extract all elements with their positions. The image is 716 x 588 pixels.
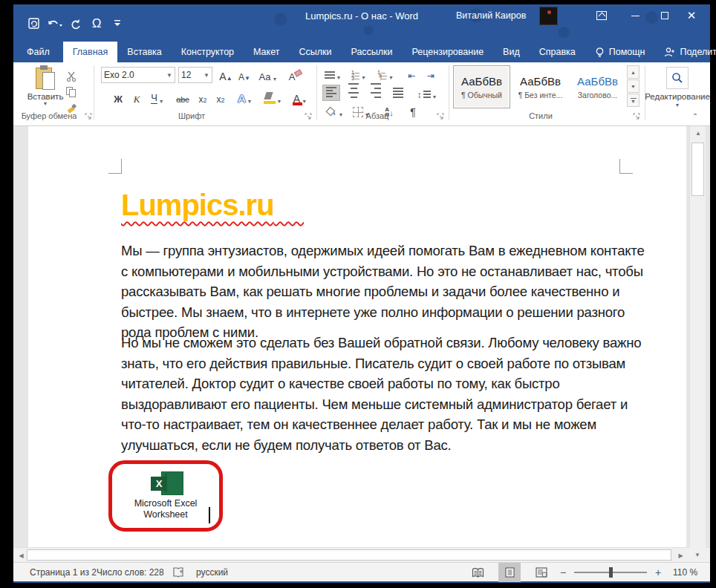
styles-group-label: Стили (496, 111, 585, 120)
style-normal[interactable]: АаБбВв ¶ Обычный (453, 65, 510, 108)
text-effects-button[interactable]: А▼ (233, 89, 257, 105)
tab-view[interactable]: Вид (493, 42, 530, 62)
language-indicator[interactable]: русский (196, 563, 228, 582)
increase-indent-button[interactable]: ⇥ (422, 65, 440, 82)
bullets-button[interactable]: ▼ (322, 65, 343, 82)
copy-button[interactable] (62, 83, 80, 99)
clear-formatting-button[interactable]: А (282, 67, 302, 83)
bold-button[interactable]: Ж (110, 89, 126, 105)
tab-references[interactable]: Ссылки (289, 42, 341, 62)
scroll-down-button[interactable]: ▼ (689, 547, 706, 562)
red-annotation-frame: X Microsoft Excel Worksheet (108, 460, 223, 532)
underline-button[interactable]: Ч▼ (147, 89, 168, 105)
superscript-button[interactable]: x2 (212, 89, 229, 105)
tab-file[interactable]: Файл (13, 42, 63, 62)
close-button[interactable]: ✕ (677, 4, 706, 27)
scroll-left-button[interactable]: ◀ (15, 548, 27, 563)
paste-clipboard-icon (34, 65, 56, 91)
paragraph-dialog-launcher[interactable] (437, 113, 445, 121)
grow-font-button[interactable]: А▲ (217, 67, 235, 83)
text-boundary-mark-left (108, 159, 122, 174)
cut-button[interactable] (62, 67, 80, 83)
web-layout-button[interactable] (530, 563, 553, 582)
tab-review[interactable]: Рецензирование (403, 42, 494, 62)
paragraph-2[interactable]: Но мы не сможем это сделать без Вашей об… (121, 333, 645, 455)
font-size-combobox[interactable]: 12▼ (178, 67, 212, 83)
multilevel-list-button[interactable]: 1— a— i—▼ (374, 65, 397, 82)
font-dialog-launcher[interactable] (305, 113, 313, 121)
document-page[interactable]: Lumpics.ru Мы — группа энтузиастов, одер… (28, 126, 686, 547)
copy-icon (66, 87, 77, 98)
paste-button[interactable]: Вставить ▼ (24, 65, 67, 106)
share-label: Поделиться (680, 47, 716, 57)
subscript-button[interactable]: x2 (195, 89, 211, 105)
numbering-button[interactable]: 1—2—3—▼ (348, 65, 370, 82)
font-color-button[interactable]: А▼ (288, 89, 312, 105)
print-layout-button[interactable] (498, 563, 521, 582)
decrease-indent-button[interactable]: ⇤ (403, 65, 420, 82)
line-spacing-button[interactable]: ↕ ▼ (414, 85, 440, 101)
justify-button[interactable] (389, 85, 407, 101)
horizontal-scroll-thumb[interactable] (27, 549, 671, 561)
title-bar: Ω Lumpics.ru - О нас - Word Виталий Каир… (13, 4, 710, 42)
minimize-button[interactable] (620, 4, 650, 27)
tab-insert[interactable]: Вставка (117, 42, 171, 62)
search-icon (666, 67, 689, 89)
align-left-button[interactable] (322, 85, 340, 101)
tab-help[interactable]: Справка (530, 42, 585, 62)
share-person-icon (664, 47, 675, 57)
clipboard-dialog-launcher[interactable] (85, 113, 93, 121)
tell-me-button[interactable]: Помощн (585, 42, 655, 62)
horizontal-scrollbar[interactable]: ◀ ▶ (13, 547, 710, 562)
vertical-scrollbar[interactable]: ▲ (689, 126, 706, 547)
shrink-font-button[interactable]: А▼ (236, 67, 253, 83)
zoom-out-button[interactable]: − (560, 563, 566, 582)
change-case-button[interactable]: Aa▼ (257, 67, 279, 83)
lightbulb-icon (595, 47, 605, 58)
ole-label-line2: Worksheet (114, 509, 218, 520)
highlight-color-button[interactable]: ▼ (260, 89, 285, 105)
align-center-button[interactable] (345, 85, 362, 101)
word-count[interactable]: Число слов: 228 (97, 563, 164, 582)
zoom-level[interactable]: 110 % (673, 563, 697, 582)
ribbon-display-options-button[interactable] (587, 4, 616, 27)
italic-button[interactable]: К (128, 89, 145, 105)
paragraph-1[interactable]: Мы — группа энтузиастов, одержимых идеей… (121, 241, 645, 343)
scissors-icon (66, 71, 77, 82)
styles-dialog-launcher[interactable] (633, 113, 641, 121)
maximize-button[interactable] (650, 4, 680, 27)
vertical-scroll-thumb[interactable] (691, 143, 704, 196)
share-button[interactable]: Поделиться (654, 42, 716, 62)
tab-home[interactable]: Главная (63, 42, 118, 62)
avatar[interactable] (539, 7, 558, 25)
font-name-value: Exo 2.0 (104, 70, 134, 80)
account-name[interactable]: Виталий Каиров (456, 10, 526, 21)
styles-scroll-up-button[interactable]: ▲ (627, 65, 639, 79)
paragraph-group-label: Абзац (333, 111, 422, 120)
paste-label: Вставить (27, 92, 64, 101)
scroll-right-button[interactable]: ▶ (674, 548, 687, 563)
styles-more-button[interactable]: ▼ (627, 94, 639, 107)
page-indicator[interactable]: Страница 1 из 2 (30, 563, 97, 582)
font-name-combobox[interactable]: Exo 2.0▼ (101, 67, 175, 83)
zoom-in-button[interactable]: + (655, 563, 661, 582)
tab-mailings[interactable]: Рассылки (341, 42, 402, 62)
tab-layout[interactable]: Макет (244, 42, 289, 62)
document-heading[interactable]: Lumpics.ru (121, 189, 304, 222)
collapse-ribbon-button[interactable]: ⌃ (688, 105, 703, 122)
scroll-up-button[interactable]: ▲ (690, 126, 706, 140)
styles-scroll-down-button[interactable]: ▼ (627, 79, 639, 93)
read-mode-button[interactable] (466, 563, 489, 582)
font-size-value: 12 (181, 70, 191, 80)
tab-design[interactable]: Конструктор (172, 42, 244, 62)
strikethrough-button[interactable]: abc (172, 89, 193, 105)
embedded-excel-object[interactable]: X Microsoft Excel Worksheet (114, 466, 218, 526)
editing-button[interactable]: Редактирование ▼ (649, 67, 706, 108)
ole-label-line1: Microsoft Excel (114, 498, 218, 509)
editing-label: Редактирование (645, 92, 710, 101)
style-no-spacing[interactable]: АаБбВв ¶ Без инте... (512, 65, 569, 108)
zoom-slider-handle[interactable] (609, 567, 613, 578)
align-right-button[interactable] (367, 85, 385, 101)
style-heading1[interactable]: АаБбВв Заголово... (570, 65, 625, 108)
proofing-status-icon[interactable] (172, 563, 184, 582)
